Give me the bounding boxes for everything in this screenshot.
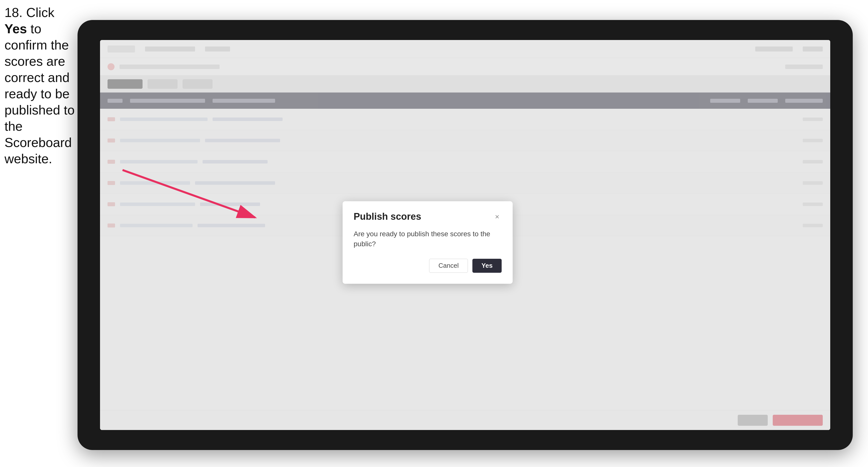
modal-title: Publish scores <box>353 211 421 222</box>
step-number: 18. <box>4 5 23 20</box>
tablet-screen: Publish scores × Are you ready to publis… <box>100 40 830 430</box>
modal-footer: Cancel Yes <box>353 259 502 273</box>
instruction-text-part1: Click <box>23 5 54 20</box>
cancel-button[interactable]: Cancel <box>429 259 468 273</box>
instruction-text-part2: to confirm the scores are correct and re… <box>4 22 74 166</box>
modal-header: Publish scores × <box>353 211 502 222</box>
instruction-text: 18. Click Yes to confirm the scores are … <box>4 4 77 167</box>
yes-button[interactable]: Yes <box>472 259 502 273</box>
tablet-device: Publish scores × Are you ready to publis… <box>78 20 853 450</box>
modal-message: Are you ready to publish these scores to… <box>353 229 502 249</box>
modal-close-button[interactable]: × <box>493 212 502 221</box>
instruction-bold-word: Yes <box>4 22 27 36</box>
modal-backdrop: Publish scores × Are you ready to publis… <box>100 40 830 430</box>
publish-scores-dialog: Publish scores × Are you ready to publis… <box>343 201 513 283</box>
